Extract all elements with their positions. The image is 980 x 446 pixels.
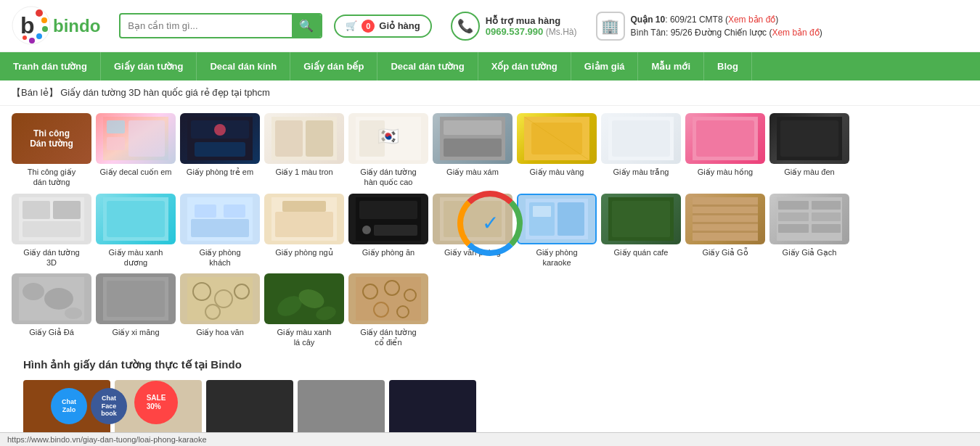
thumb-4[interactable] bbox=[298, 380, 385, 438]
logo-text: bindo bbox=[53, 16, 100, 36]
cat-label-3d: Giấy dán tường3D bbox=[23, 247, 79, 268]
cat-label-xam: Giấy màu xám bbox=[446, 167, 499, 177]
cat-vang[interactable]: Giấy màu vàng bbox=[517, 113, 597, 188]
cart-icon: 🛒 bbox=[346, 20, 357, 31]
cat-phong-ngu[interactable]: Giấy phòng ngủ bbox=[264, 194, 344, 268]
nav-item-mau-moi[interactable]: Mẫu mới bbox=[638, 52, 704, 80]
svg-rect-61 bbox=[693, 213, 758, 215]
breadcrumb-text: 【Bán lẻ】 Giấy dán tường 3D hàn quốc giá … bbox=[12, 87, 270, 98]
cat-decal[interactable]: Giấy decal cuốn em bbox=[96, 113, 176, 188]
svg-rect-66 bbox=[812, 201, 841, 210]
cat-img-phong-tre bbox=[180, 113, 260, 164]
search-button[interactable]: 🔍 bbox=[292, 15, 321, 37]
cat-phong-tre[interactable]: Giấy phòng trẻ em bbox=[180, 113, 260, 188]
cat-label-han-quoc: Giấy dán tườnghàn quốc cao bbox=[360, 167, 416, 188]
cat-trang[interactable]: Giấy màu trắng bbox=[601, 113, 681, 188]
logo-icon: b bbox=[12, 6, 52, 46]
nav-item-decal-tuong[interactable]: Decal dán tường bbox=[377, 52, 478, 80]
category-row-3: Giấy Giả Đá Giấy xi măng Giấy hoa văn Gi… bbox=[12, 273, 968, 348]
cat-xanh-duong[interactable]: Giấy màu xanhdương bbox=[96, 194, 176, 268]
nav-item-giay[interactable]: Giấy dán tường bbox=[101, 52, 197, 80]
svg-point-15 bbox=[214, 124, 226, 136]
address-block: 🏢 Quận 10: 609/21 CMT8 (Xem bản đồ) Bình… bbox=[596, 12, 822, 41]
search-box: 🔍 bbox=[119, 13, 322, 38]
cat-img-gia-go bbox=[685, 194, 765, 244]
cat-hong[interactable]: Giấy màu hồng bbox=[685, 113, 765, 188]
cat-den[interactable]: Giấy màu đen bbox=[769, 113, 849, 188]
cat-xi-mang[interactable]: Giấy xi măng bbox=[96, 273, 176, 348]
svg-rect-23 bbox=[444, 120, 502, 135]
cat-img-thi-cong: Thi côngDán tường bbox=[12, 113, 91, 164]
cat-thi-cong[interactable]: Thi côngDán tường Thi công giấydán tường bbox=[12, 113, 91, 188]
float-chat-facebook[interactable]: ChatFacebook bbox=[91, 388, 127, 424]
cat-phong-an[interactable]: Giấy phòng ăn bbox=[348, 194, 428, 268]
search-input[interactable] bbox=[121, 16, 292, 36]
address-map2-link[interactable]: Xem bản đồ bbox=[772, 28, 819, 38]
svg-point-72 bbox=[23, 283, 44, 300]
cat-img-hoa-van bbox=[180, 273, 260, 324]
float-sale-badge[interactable]: SALE30% bbox=[134, 381, 178, 424]
address-line2: 95/26 Đường Chiến lược bbox=[671, 28, 767, 38]
cat-xanh-la[interactable]: Giấy màu xanhlá cây bbox=[264, 273, 344, 348]
cat-label-karaoke: Giấy phòngkaraoke bbox=[536, 247, 577, 268]
cat-img-phong-an bbox=[348, 194, 428, 244]
nav-item-bep[interactable]: Giấy dán bếp bbox=[290, 52, 377, 80]
cat-gia-gach[interactable]: Giấy Giả Gạch bbox=[769, 194, 849, 268]
cat-label-hong: Giấy màu hồng bbox=[698, 167, 753, 177]
cat-label-den: Giấy màu đen bbox=[784, 167, 834, 177]
cat-img-quan-cafe bbox=[601, 194, 681, 244]
support-phone: 0969.537.990 bbox=[486, 26, 544, 37]
cat-img-phong-ngu bbox=[264, 194, 344, 244]
svg-rect-14 bbox=[195, 142, 245, 157]
float-chat-facebook-label: ChatFacebook bbox=[101, 395, 117, 418]
cart-button[interactable]: 🛒 0 Giỏ hàng bbox=[334, 15, 431, 38]
bindo-spinner: ✓ bbox=[454, 187, 526, 260]
cat-gia-go[interactable]: Giấy Giả Gỗ bbox=[685, 194, 765, 268]
cat-karaoke[interactable]: Giấy phòngkaraoke bbox=[517, 194, 597, 268]
svg-rect-59 bbox=[693, 197, 758, 241]
cat-han-quoc[interactable]: 🇰🇷 Giấy dán tườnghàn quốc cao bbox=[348, 113, 428, 188]
svg-rect-21 bbox=[359, 120, 385, 157]
nav-item-giam-gia[interactable]: Giảm giá bbox=[571, 52, 639, 80]
cat-phong-khach[interactable]: Giấy phòngkhách bbox=[180, 194, 260, 268]
svg-rect-37 bbox=[23, 221, 81, 237]
address-line1: 609/21 CMT8 bbox=[670, 15, 723, 25]
nav-item-xop[interactable]: Xốp dán tường bbox=[478, 52, 571, 80]
promo-section: Hình ảnh giấy dán tường thực tế tại Bind… bbox=[12, 354, 968, 376]
cat-co-dien[interactable]: Giấy dán tườngcổ điển bbox=[348, 273, 428, 348]
cat-3d[interactable]: Giấy dán tường3D bbox=[12, 194, 91, 268]
cat-hoa-van[interactable]: Giấy hoa văn bbox=[180, 273, 260, 348]
thumb-5[interactable] bbox=[389, 380, 476, 438]
logo[interactable]: b bindo bbox=[12, 6, 100, 46]
header: b bindo 🔍 🛒 0 Giỏ hàng 📞 Hỗ trợ mua hàng bbox=[0, 0, 980, 52]
nav-item-tranh[interactable]: Tranh dán tường bbox=[0, 52, 101, 80]
cat-img-gia-da bbox=[12, 273, 91, 324]
cat-label-vang: Giấy màu vàng bbox=[530, 167, 584, 177]
cat-xam[interactable]: Giấy màu xám bbox=[433, 113, 513, 188]
svg-rect-56 bbox=[533, 206, 551, 217]
svg-rect-9 bbox=[107, 120, 125, 133]
cat-label-xi-mang: Giấy xi măng bbox=[112, 327, 159, 337]
address-map1-link[interactable]: Xem bản đồ bbox=[728, 15, 775, 25]
float-sale-label: SALE30% bbox=[147, 394, 166, 411]
cat-label-phong-ngu: Giấy phòng ngủ bbox=[275, 247, 332, 257]
promo-text: Hình ảnh giấy dán tường thực tế tại Bind… bbox=[23, 358, 242, 371]
cat-img-1mau bbox=[264, 113, 344, 164]
cat-1mau[interactable]: Giấy 1 màu tron bbox=[264, 113, 344, 188]
cat-gia-da[interactable]: Giấy Giả Đá bbox=[12, 273, 91, 348]
svg-rect-65 bbox=[778, 201, 809, 210]
svg-point-7 bbox=[23, 36, 27, 40]
svg-text:b: b bbox=[20, 12, 35, 38]
thumb-3[interactable] bbox=[206, 380, 293, 438]
cat-quan-cafe[interactable]: Giấy quán cafe bbox=[601, 194, 681, 268]
cat-img-xi-mang bbox=[96, 273, 176, 324]
nav-item-blog[interactable]: Blog bbox=[704, 52, 752, 80]
svg-rect-29 bbox=[612, 120, 670, 157]
nav-item-decal-kinh[interactable]: Decal dán kính bbox=[197, 52, 290, 80]
cat-img-vang bbox=[517, 113, 597, 164]
svg-rect-36 bbox=[53, 201, 81, 219]
svg-rect-46 bbox=[282, 201, 326, 212]
svg-point-2 bbox=[36, 9, 43, 17]
cat-img-phong-khach bbox=[180, 194, 260, 244]
float-chat-zalo[interactable]: ChatZalo bbox=[51, 388, 87, 424]
